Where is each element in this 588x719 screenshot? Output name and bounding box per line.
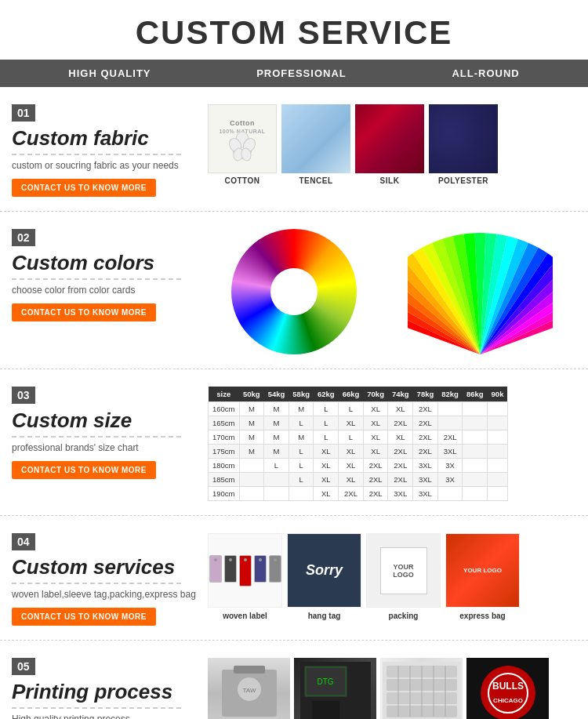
silk-label: SILK — [380, 176, 400, 185]
polyester-img — [429, 104, 498, 173]
tencel-label: TENCEL — [299, 176, 333, 185]
sub-header: HIGH QUALITY PROFESSIONAL ALL-ROUND — [0, 60, 588, 87]
section-title-printing: Printing process — [12, 680, 200, 704]
section-number-03: 03 — [12, 387, 35, 404]
print-screen: TAW screen printing — [208, 658, 290, 719]
svg-text:BULLS: BULLS — [492, 681, 524, 692]
section-fabric-left: 01 Custom fabric custom or soucring fabr… — [12, 104, 208, 197]
section-desc-printing: High quality printing process — [12, 714, 200, 719]
tencel-img — [281, 104, 350, 173]
woven-label-text: woven label — [223, 612, 267, 620]
screen-print-img: TAW — [208, 658, 290, 719]
tag-2 — [224, 555, 237, 583]
packing-visual: YOURLOGO — [367, 534, 440, 607]
section-title-colors: Custom colors — [12, 251, 200, 275]
digital-embroid-visual — [380, 658, 463, 719]
section-title-size: Custom size — [12, 409, 200, 433]
page-title: CUSTOM SERVICE — [0, 0, 588, 60]
hang-tag-visual: Sorry — [288, 534, 361, 607]
color-fan — [408, 229, 553, 354]
digital-direct-img: DTG — [294, 658, 376, 719]
packing-box: YOURLOGO — [380, 547, 427, 594]
svg-text:DTG: DTG — [317, 677, 333, 686]
svg-rect-9 — [234, 666, 265, 674]
fabric-silk: SILK — [355, 104, 424, 185]
print-digital: DTG digital direct injection — [294, 658, 376, 719]
polyester-label: POLYESTER — [438, 176, 488, 185]
cotton-label: COTTON — [224, 176, 260, 185]
print-embroidery: digital embroidery — [380, 658, 463, 719]
contact-btn-services[interactable]: CONTACT US TO KNOW MORE — [12, 608, 156, 626]
woven-label-img — [208, 533, 282, 608]
color-wheel — [231, 229, 357, 354]
svg-text:TAW: TAW — [242, 687, 256, 694]
svg-text:Cotton: Cotton — [230, 119, 255, 127]
sub-header-professional: PROFESSIONAL — [256, 67, 347, 79]
fabric-tencel: TENCEL — [281, 104, 350, 185]
section-title-fabric: Custom fabric — [12, 126, 200, 151]
packing-img: YOURLOGO — [366, 533, 441, 608]
section-services-left: 04 Custom services woven label,sleeve ta… — [12, 533, 208, 626]
hang-tag-text: hang tag — [308, 612, 341, 620]
section-size: 03 Custom size professional brands' size… — [0, 369, 588, 516]
contact-btn-fabric[interactable]: CONTACT US TO KNOW MORE — [12, 179, 156, 197]
packing-text: packing — [389, 612, 419, 620]
fabric-cotton: Cotton 100% NATURAL COTTON — [208, 104, 277, 185]
tag-3 — [239, 555, 252, 586]
section-fabric-images: Cotton 100% NATURAL COTTON TENCEL S — [208, 104, 576, 185]
section-title-services: Custom services — [12, 555, 200, 579]
section-number-05: 05 — [12, 658, 35, 675]
service-express-bag: YOUR LOGO express bag — [445, 533, 520, 620]
section-size-table: size50kg54kg58kg62kg66kg70kg74kg78kg82kg… — [208, 387, 576, 501]
silk-img — [355, 104, 424, 173]
heat-transfer-img: BULLS CHICAGO — [466, 658, 549, 719]
section-desc-fabric: custom or soucring fabric as your needs — [12, 160, 200, 171]
service-packing: YOURLOGO packing — [366, 533, 441, 620]
color-wheel-center — [270, 268, 318, 315]
section-colors-images — [208, 229, 576, 354]
size-table: size50kg54kg58kg62kg66kg70kg74kg78kg82kg… — [208, 387, 508, 501]
sub-header-allround: ALL-ROUND — [452, 67, 519, 79]
size-table-wrapper: size50kg54kg58kg62kg66kg70kg74kg78kg82kg… — [208, 387, 508, 501]
section-number-01: 01 — [12, 104, 35, 122]
section-size-left: 03 Custom size professional brands' size… — [12, 387, 208, 479]
section-printing-left: 05 Printing process High quality printin… — [12, 658, 208, 719]
screen-print-visual: TAW — [208, 658, 290, 719]
cotton-img: Cotton 100% NATURAL — [208, 104, 277, 173]
print-heat: BULLS CHICAGO boundless heat transfer — [466, 658, 549, 719]
hang-tag-img: Sorry — [287, 533, 361, 608]
svg-text:CHICAGO: CHICAGO — [493, 697, 523, 704]
section-printing-images: TAW screen printing DTG — [208, 658, 576, 719]
section-colors-left: 02 Custom colors choose color from color… — [12, 229, 208, 321]
express-bag-text: express bag — [459, 612, 505, 620]
heat-transfer-visual: BULLS CHICAGO — [466, 658, 549, 719]
service-hang-tag: Sorry hang tag — [287, 533, 361, 620]
sub-header-quality: HIGH QUALITY — [68, 67, 151, 79]
fabric-polyester: POLYESTER — [429, 104, 498, 185]
section-number-04: 04 — [12, 533, 35, 550]
express-bag-visual: YOUR LOGO — [446, 534, 519, 607]
contact-btn-size[interactable]: CONTACT US TO KNOW MORE — [12, 461, 156, 479]
section-number-02: 02 — [12, 229, 35, 246]
section-desc-services: woven label,sleeve tag,packing,express b… — [12, 589, 200, 600]
section-fabric: 01 Custom fabric custom or soucring fabr… — [0, 87, 588, 212]
section-desc-colors: choose color from color cards — [12, 285, 200, 296]
tag-5 — [269, 555, 281, 583]
tag-1 — [209, 555, 222, 583]
contact-btn-colors[interactable]: CONTACT US TO KNOW MORE — [12, 303, 156, 321]
section-services: 04 Custom services woven label,sleeve ta… — [0, 516, 588, 641]
digital-direct-visual: DTG — [294, 658, 376, 719]
section-colors: 02 Custom colors choose color from color… — [0, 212, 588, 369]
section-desc-size: professional brands' size chart — [12, 442, 200, 453]
service-woven-label: woven label — [208, 533, 282, 620]
express-bag-img: YOUR LOGO — [445, 533, 520, 608]
tag-4 — [254, 555, 267, 583]
section-services-images: woven label Sorry hang tag YOURLOGO pack… — [208, 533, 576, 620]
section-printing: 05 Printing process High quality printin… — [0, 641, 588, 719]
woven-label-visual — [209, 555, 281, 586]
svg-rect-14 — [312, 701, 339, 719]
digital-embroid-img — [380, 658, 463, 719]
